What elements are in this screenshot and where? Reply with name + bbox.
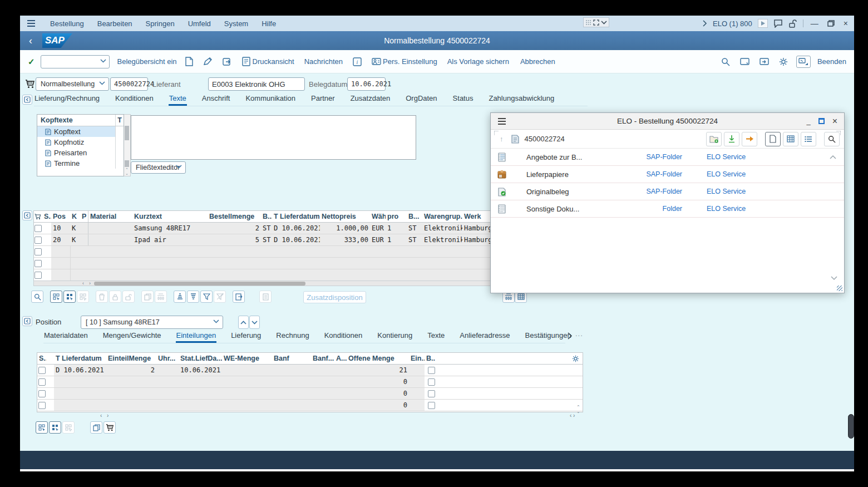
vendor-field[interactable]: E0003 Elektronik OHG xyxy=(208,77,305,91)
schedule-row[interactable]: 0 xyxy=(37,388,583,400)
select-all-button[interactable] xyxy=(36,421,48,434)
row-select-checkbox[interactable] xyxy=(38,402,46,409)
col-banf2[interactable]: Banf... xyxy=(311,353,334,364)
row-select-checkbox[interactable] xyxy=(34,248,42,255)
item-row[interactable]: 20 K Ipad air 5 ST D 10.06.2021 333,00 E… xyxy=(34,234,490,246)
elo-row-name[interactable]: Sonstige Doku... xyxy=(526,205,621,213)
play-button[interactable] xyxy=(758,19,768,28)
elo-row-name[interactable]: Lieferpapiere xyxy=(526,170,621,179)
col-bme2[interactable]: B... xyxy=(407,211,422,222)
item-detail-button[interactable] xyxy=(259,291,272,303)
header-collapse-icon[interactable] xyxy=(22,95,32,105)
tab-lieferung-rechnung[interactable]: Lieferung/Rechnung xyxy=(34,92,100,106)
cart-button[interactable] xyxy=(103,421,116,434)
row-select-checkbox[interactable] xyxy=(38,378,46,386)
elo-folder-row[interactable]: Originalbeleg SAP-Folder ELO Service xyxy=(491,183,844,200)
gui-options-button[interactable] xyxy=(796,56,811,68)
col-bestellmenge[interactable]: Bestellmenge xyxy=(208,211,261,222)
items-hscrollbar[interactable]: ‹ › xyxy=(33,281,491,286)
tab-status[interactable]: Status xyxy=(452,92,474,106)
info-icon[interactable]: i xyxy=(353,57,362,66)
save-as-template-button[interactable]: Als Vorlage sichern xyxy=(447,57,509,66)
sort-descending-button[interactable] xyxy=(187,291,199,303)
col-banf[interactable]: Banf xyxy=(272,353,311,364)
minimize-button[interactable]: — xyxy=(809,19,820,28)
menu-bearbeiten[interactable]: Bearbeiten xyxy=(91,19,139,28)
resize-grip[interactable] xyxy=(837,286,842,291)
elo-row-type-link[interactable]: SAP-Folder xyxy=(621,153,682,161)
row-select-checkbox[interactable] xyxy=(38,390,46,397)
hamburger-menu-icon[interactable] xyxy=(27,20,36,27)
menu-system[interactable]: System xyxy=(218,19,255,28)
lock-button[interactable] xyxy=(109,291,121,303)
col-t-lieferdatum[interactable]: T Lieferdatum xyxy=(54,353,106,364)
row-select-checkbox[interactable] xyxy=(34,225,42,232)
tab-einteilungen[interactable]: Einteilungen xyxy=(176,329,217,343)
position-select[interactable]: [ 10 ] Samsung 48RE17 xyxy=(81,316,223,329)
download-button[interactable] xyxy=(724,132,739,146)
order-number-field[interactable]: 4500022724 xyxy=(110,77,148,91)
col-uhr[interactable]: Uhr... xyxy=(156,353,179,364)
list-item-preisarten[interactable]: Preisarten xyxy=(37,147,124,158)
print-preview-button[interactable]: Druckansicht xyxy=(253,57,294,66)
screen-personalization-cluster[interactable] xyxy=(583,17,609,27)
col-pro[interactable]: pro xyxy=(386,211,407,222)
elo-folder-row[interactable]: Angebote zur B... SAP-Folder ELO Service xyxy=(491,149,844,166)
col-a[interactable]: A... xyxy=(334,353,347,364)
personal-setting-button[interactable]: Pers. Einstellung xyxy=(383,57,437,66)
table-settings-gear-icon[interactable] xyxy=(572,355,579,362)
cancel-button[interactable]: Abbrechen xyxy=(520,57,555,66)
tab-bestaetigungen[interactable]: Bestätigungen xyxy=(525,329,572,343)
row-select-checkbox[interactable] xyxy=(34,237,42,244)
elo-row-type-link[interactable]: Folder xyxy=(621,205,682,213)
menu-hilfe[interactable]: Hilfe xyxy=(255,19,283,28)
row-select-checkbox[interactable] xyxy=(34,272,42,279)
tab-more-button[interactable]: ... xyxy=(575,329,583,338)
exit-button[interactable]: Beenden xyxy=(817,57,846,66)
col-ein[interactable]: Ein... xyxy=(409,353,425,364)
menu-springen[interactable]: Springen xyxy=(139,19,181,28)
elo-row-service-link[interactable]: ELO Service xyxy=(707,170,746,178)
items-cart-column-icon[interactable] xyxy=(34,211,42,222)
deselect-all-button[interactable] xyxy=(77,291,89,303)
delete-button[interactable] xyxy=(96,291,108,303)
col-k[interactable]: K xyxy=(70,211,80,222)
position-collapse-icon[interactable] xyxy=(22,316,32,326)
row-flag-checkbox[interactable] xyxy=(428,378,435,386)
col-lieferdatum[interactable]: T Lieferdatum xyxy=(272,211,320,222)
unlock-button[interactable] xyxy=(122,291,135,303)
checkout-folder-button[interactable] xyxy=(706,132,722,146)
elo-search-button[interactable] xyxy=(824,132,840,146)
elo-folder-row[interactable]: Sonstige Doku... Folder ELO Service xyxy=(491,200,844,218)
elo-maximize-button[interactable] xyxy=(818,118,825,124)
elo-row-type-link[interactable]: SAP-Folder xyxy=(621,170,682,178)
tab-partner[interactable]: Partner xyxy=(310,92,336,106)
tab-anlieferadresse[interactable]: Anlieferadresse xyxy=(459,329,510,343)
scroll-down-icon[interactable] xyxy=(831,276,837,281)
elo-row-type-link[interactable]: SAP-Folder xyxy=(621,188,682,195)
row-select-checkbox[interactable] xyxy=(38,367,46,374)
col-b[interactable]: B.. xyxy=(425,353,438,364)
tab-konditionen-pos[interactable]: Konditionen xyxy=(324,329,363,343)
col-pos[interactable]: Pos xyxy=(51,211,70,222)
tab-kontierung[interactable]: Kontierung xyxy=(377,329,413,343)
col-kurztext[interactable]: Kurztext xyxy=(132,211,208,222)
header-text-editor[interactable] xyxy=(131,115,416,160)
sched-hscroll-left2[interactable]: ‹ › xyxy=(569,413,576,419)
date-field[interactable]: 10.06.2021 xyxy=(347,77,386,91)
tab-rechnung[interactable]: Rechnung xyxy=(275,329,309,343)
print-preview-icon[interactable] xyxy=(242,57,250,66)
export-button[interactable] xyxy=(233,291,245,303)
col-werk[interactable]: Werk xyxy=(462,211,491,222)
row-select-checkbox[interactable] xyxy=(34,260,42,267)
list-view-button[interactable] xyxy=(801,132,816,146)
tab-konditionen[interactable]: Konditionen xyxy=(115,92,154,106)
select-block-button[interactable] xyxy=(63,291,76,303)
tab-orgdaten[interactable]: OrgDaten xyxy=(405,92,437,106)
sort-ascending-button[interactable] xyxy=(174,291,186,303)
repeat-item-button[interactable] xyxy=(155,291,167,303)
col-stat-liefdatum[interactable]: Stat.LiefDa... xyxy=(179,353,222,364)
command-field[interactable] xyxy=(41,55,110,68)
previous-item-button[interactable] xyxy=(238,316,249,329)
tab-lieferung[interactable]: Lieferung xyxy=(230,329,262,343)
